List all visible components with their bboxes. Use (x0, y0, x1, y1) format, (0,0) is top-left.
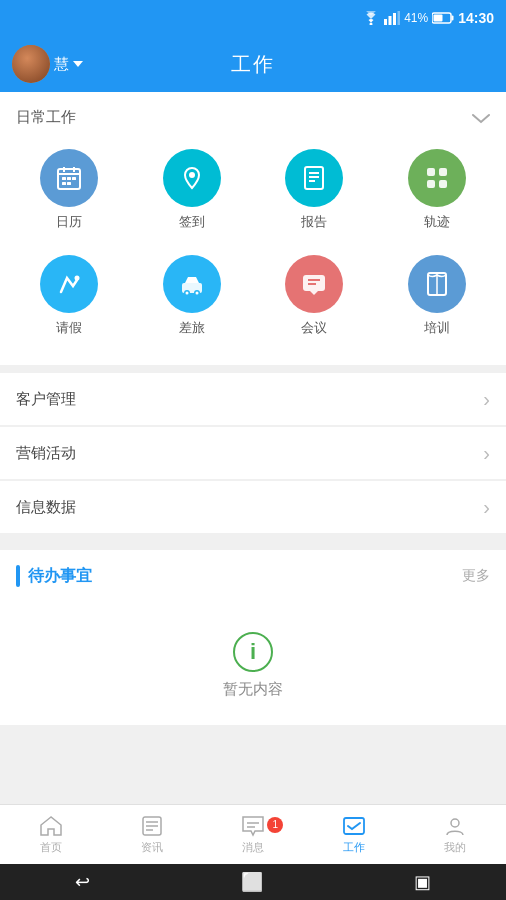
nav-work-label: 工作 (343, 840, 365, 855)
svg-rect-15 (62, 182, 66, 185)
bottom-nav: 首页 资讯 1 消息 工作 我的 (0, 804, 506, 864)
svg-point-31 (195, 292, 198, 295)
nav-item-report[interactable]: 报告 (253, 137, 376, 243)
calendar-icon (55, 164, 83, 192)
svg-rect-13 (67, 177, 71, 180)
svg-rect-12 (62, 177, 66, 180)
nav-message[interactable]: 1 消息 (202, 815, 303, 855)
nav-item-calendar[interactable]: 日历 (8, 137, 131, 243)
nav-message-label: 消息 (242, 840, 264, 855)
svg-point-26 (75, 276, 80, 281)
nav-home-label: 首页 (40, 840, 62, 855)
data-chevron-icon: › (483, 496, 490, 519)
nav-work[interactable]: 工作 (304, 815, 405, 855)
location-icon (178, 164, 206, 192)
travel-icon-circle (163, 255, 221, 313)
nav-item-leave[interactable]: 请假 (8, 243, 131, 349)
app-header: 慧 工作 (0, 36, 506, 92)
todo-empty-state: i 暂无内容 (0, 602, 506, 709)
svg-rect-4 (398, 11, 401, 25)
info-icon: i (233, 632, 273, 672)
customer-header[interactable]: 客户管理 › (0, 373, 506, 425)
svg-point-0 (370, 23, 373, 26)
nav-item-training[interactable]: 培训 (376, 243, 499, 349)
work-icon (342, 815, 366, 837)
nav-news[interactable]: 资讯 (101, 815, 202, 855)
marketing-title: 营销活动 (16, 444, 76, 463)
collapse-icon (472, 112, 490, 124)
page-title: 工作 (231, 51, 275, 78)
status-bar: 41% 14:30 (0, 0, 506, 36)
nav-news-label: 资讯 (141, 840, 163, 855)
back-button[interactable]: ↩ (75, 871, 90, 893)
training-icon-circle (408, 255, 466, 313)
time-display: 14:30 (458, 10, 494, 26)
daily-work-header[interactable]: 日常工作 (0, 102, 506, 137)
report-icon-circle (285, 149, 343, 207)
todo-more-button[interactable]: 更多 (462, 567, 490, 585)
travel-label: 差旅 (179, 319, 205, 337)
battery-text: 41% (404, 11, 428, 25)
todo-accent-bar (16, 565, 20, 587)
todo-section: 待办事宜 更多 i 暂无内容 (0, 550, 506, 725)
marketing-section: 营销活动 › (0, 427, 506, 479)
todo-title-wrapper: 待办事宜 (16, 565, 92, 587)
book-icon (423, 270, 451, 298)
user-chevron-icon[interactable] (73, 61, 83, 67)
user-name: 慧 (54, 55, 69, 74)
collapse-toggle[interactable] (472, 112, 490, 124)
wifi-icon (362, 11, 380, 25)
signal-icon (384, 11, 400, 25)
customer-section: 客户管理 › (0, 373, 506, 425)
message-badge: 1 (267, 817, 283, 833)
meeting-icon (300, 270, 328, 298)
marketing-chevron-icon: › (483, 442, 490, 465)
car-icon (178, 270, 206, 298)
svg-rect-16 (67, 182, 71, 185)
todo-title: 待办事宜 (28, 566, 92, 587)
status-icons: 41% 14:30 (362, 10, 494, 26)
svg-rect-2 (389, 16, 392, 25)
data-header[interactable]: 信息数据 › (0, 481, 506, 533)
recent-button[interactable]: ▣ (414, 871, 431, 893)
track-icon-circle (408, 149, 466, 207)
calendar-label: 日历 (56, 213, 82, 231)
leave-icon-circle (40, 255, 98, 313)
meeting-label: 会议 (301, 319, 327, 337)
report-icon (300, 164, 328, 192)
battery-icon (432, 12, 454, 24)
meeting-icon-circle (285, 255, 343, 313)
training-label: 培训 (424, 319, 450, 337)
nav-item-travel[interactable]: 差旅 (131, 243, 254, 349)
track-label: 轨迹 (424, 213, 450, 231)
nav-mine[interactable]: 我的 (405, 815, 506, 855)
nav-item-track[interactable]: 轨迹 (376, 137, 499, 243)
svg-rect-7 (452, 16, 454, 21)
nav-home[interactable]: 首页 (0, 815, 101, 855)
checkin-label: 签到 (179, 213, 205, 231)
nav-item-checkin[interactable]: 签到 (131, 137, 254, 243)
todo-header: 待办事宜 更多 (0, 550, 506, 602)
home-button[interactable]: ⬜ (241, 871, 263, 893)
svg-rect-3 (393, 13, 396, 25)
section-divider (0, 534, 506, 542)
daily-work-section: 日常工作 (0, 92, 506, 365)
svg-rect-23 (439, 168, 447, 176)
leave-label: 请假 (56, 319, 82, 337)
customer-chevron-icon: › (483, 388, 490, 411)
main-content: 日常工作 (0, 92, 506, 804)
daily-work-grid: 日历 签到 (0, 137, 506, 349)
svg-rect-25 (439, 180, 447, 188)
header-left[interactable]: 慧 (12, 45, 83, 83)
report-label: 报告 (301, 213, 327, 231)
header-user[interactable]: 慧 (54, 55, 83, 74)
svg-point-29 (185, 292, 188, 295)
data-title: 信息数据 (16, 498, 76, 517)
news-icon (141, 815, 163, 837)
nav-item-meeting[interactable]: 会议 (253, 243, 376, 349)
avatar[interactable] (12, 45, 50, 83)
calendar-icon-circle (40, 149, 98, 207)
svg-rect-1 (384, 19, 387, 25)
marketing-header[interactable]: 营销活动 › (0, 427, 506, 479)
track-icon (423, 164, 451, 192)
